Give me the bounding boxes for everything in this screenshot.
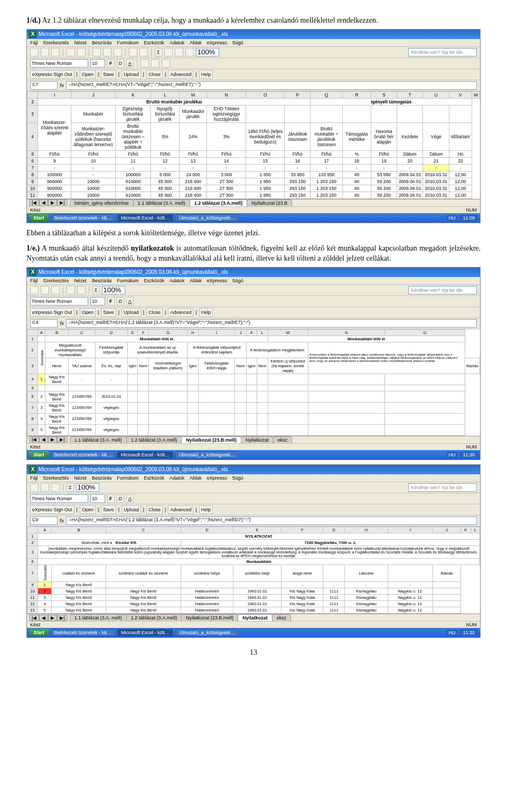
sheet-tab[interactable]: 1.1 táblázat (3.A. mell): [133, 199, 190, 206]
expresso-0[interactable]: eXpresso Sign Out: [30, 308, 74, 317]
sort-asc-icon[interactable]: [164, 48, 173, 56]
expresso-6[interactable]: Help: [199, 70, 213, 79]
open-icon[interactable]: [41, 48, 49, 56]
menubar[interactable]: FájlSzerkesztésNézetBeszúrásFormátumEszk…: [27, 39, 480, 47]
expresso-4[interactable]: Close: [146, 505, 163, 514]
expresso-6[interactable]: Help: [199, 308, 213, 317]
undo-icon[interactable]: [129, 48, 137, 56]
worksheet-1[interactable]: IJKLMNOPQRSTUVW 2Bruttó munkabér járulék…: [27, 91, 480, 199]
expresso-3[interactable]: Upload: [121, 505, 141, 514]
menu-expresso[interactable]: eXpresso: [207, 278, 227, 283]
menu-eszközök[interactable]: Eszközök: [144, 278, 165, 283]
name-box[interactable]: C4: [30, 319, 58, 328]
menubar[interactable]: FájlSzerkesztésNézetBeszúrásFormátumEszk…: [27, 277, 480, 285]
menu-szerkesztés[interactable]: Szerkesztés: [43, 475, 69, 481]
expresso-1[interactable]: Open: [80, 70, 96, 79]
menu-adatok[interactable]: Adatok: [170, 278, 184, 283]
preview-icon[interactable]: [77, 48, 86, 56]
cut-icon[interactable]: [92, 48, 101, 56]
expresso-6[interactable]: Help: [199, 505, 213, 514]
name-box[interactable]: C7: [30, 81, 58, 90]
menu-beszúrás[interactable]: Beszúrás: [92, 475, 112, 481]
expresso-5[interactable]: Advanced: [168, 505, 193, 514]
font-name[interactable]: [30, 59, 88, 68]
sheet-tab[interactable]: 1.2 táblázat (3.A.mell): [190, 199, 248, 206]
menu-eszközök[interactable]: Eszközök: [144, 475, 165, 481]
menu-fájl[interactable]: Fájl: [30, 40, 38, 45]
help-search[interactable]: Kérdése van? Írja be ide.: [408, 48, 477, 56]
worksheet-3[interactable]: ABCDEFGHIJKL 1NYILATKOZAT 2Alulírottak, …: [27, 527, 480, 614]
redo-icon[interactable]: [139, 48, 148, 56]
expresso-toolbar[interactable]: eXpresso Sign Out | Open | Save | Upload…: [27, 307, 480, 318]
menu-ablak[interactable]: Ablak: [190, 40, 202, 45]
expresso-3[interactable]: Upload: [121, 70, 141, 79]
expresso-0[interactable]: eXpresso Sign Out: [30, 505, 74, 514]
font-size[interactable]: [90, 59, 105, 68]
menu-ablak[interactable]: Ablak: [190, 278, 202, 283]
menu-expresso[interactable]: eXpresso: [207, 475, 227, 481]
std-toolbar[interactable]: Σ Kérdése van? Írja be ide.: [27, 47, 480, 58]
formula-value[interactable]: =HA(hszerz_mell!E7>0;HA('1.2 táblázat (3…: [66, 319, 477, 328]
sheet-tab[interactable]: bértám_igény ellenőrzése: [70, 199, 134, 206]
menu-fájl[interactable]: Fájl: [30, 475, 38, 481]
menu-nézet[interactable]: Nézet: [74, 278, 87, 283]
expresso-toolbar[interactable]: eXpresso Sign Out | Open | Save | Upload…: [27, 69, 480, 80]
new-icon[interactable]: [30, 48, 39, 56]
worksheet-2[interactable]: ABCDEFGHIJKLMNO 1Munkáltató tölti kiMunk…: [27, 329, 480, 436]
new-icon[interactable]: [30, 286, 39, 294]
menu-formátum[interactable]: Formátum: [117, 40, 139, 45]
menu-adatok[interactable]: Adatok: [170, 40, 184, 45]
std-toolbar[interactable]: Σ Kérdése van? Írja be ide.: [27, 285, 480, 296]
expresso-2[interactable]: Save: [101, 308, 116, 317]
menu-formátum[interactable]: Formátum: [117, 475, 139, 481]
menu-eszközök[interactable]: Eszközök: [144, 40, 165, 45]
formula-value[interactable]: =HA(hszerz_mell!E7>0;HA(V7="Végel";"-";h…: [66, 81, 477, 90]
expresso-1[interactable]: Open: [80, 505, 96, 514]
menu-súgó[interactable]: Súgó: [232, 475, 243, 481]
zoom-input[interactable]: [196, 48, 219, 56]
format-toolbar[interactable]: F D A: [27, 58, 480, 69]
sort-desc-icon[interactable]: [175, 48, 183, 56]
menu-szerkesztés[interactable]: Szerkesztés: [43, 278, 69, 283]
expresso-5[interactable]: Advanced: [168, 70, 193, 79]
expresso-4[interactable]: Close: [146, 70, 163, 79]
expresso-2[interactable]: Save: [101, 70, 116, 79]
expresso-1[interactable]: Open: [80, 308, 96, 317]
align-center-icon[interactable]: [151, 59, 159, 68]
expresso-0[interactable]: eXpresso Sign Out: [30, 70, 74, 79]
tab-nav[interactable]: |◀◀▶▶|: [29, 199, 68, 206]
underline-icon[interactable]: A: [126, 59, 134, 68]
menubar[interactable]: FájlSzerkesztésNézetBeszúrásFormátumEszk…: [27, 474, 480, 482]
expresso-4[interactable]: Close: [146, 308, 163, 317]
expresso-5[interactable]: Advanced: [168, 308, 193, 317]
menu-expresso[interactable]: eXpresso: [207, 40, 227, 45]
menu-beszúrás[interactable]: Beszúrás: [92, 40, 112, 45]
sheet-tab[interactable]: Nyilatkozat (23.B: [247, 199, 292, 206]
fx-icon[interactable]: fx: [60, 83, 64, 88]
sheet-tabs[interactable]: |◀◀▶▶| bértám_igény ellenőrzése1.1 táblá…: [27, 199, 480, 206]
menu-adatok[interactable]: Adatok: [170, 475, 184, 481]
menu-beszúrás[interactable]: Beszúrás: [92, 278, 112, 283]
align-right-icon[interactable]: [162, 59, 170, 68]
chart-icon[interactable]: [185, 48, 194, 56]
bold-icon[interactable]: F: [107, 59, 115, 68]
menu-fájl[interactable]: Fájl: [30, 278, 38, 283]
align-left-icon[interactable]: [140, 59, 149, 68]
menu-nézet[interactable]: Nézet: [74, 40, 87, 45]
italic-icon[interactable]: D: [117, 59, 125, 68]
menu-súgó[interactable]: Súgó: [232, 40, 243, 45]
copy-icon[interactable]: [103, 48, 111, 56]
menu-formátum[interactable]: Formátum: [117, 278, 139, 283]
start-button[interactable]: Start: [29, 214, 49, 222]
menu-nézet[interactable]: Nézet: [74, 475, 87, 481]
menu-ablak[interactable]: Ablak: [190, 475, 202, 481]
print-icon[interactable]: [67, 48, 75, 56]
save-icon[interactable]: [51, 48, 60, 56]
expresso-2[interactable]: Save: [101, 505, 116, 514]
taskbar[interactable]: Start Beérkezett üzenetek - Mi…Microsoft…: [27, 213, 480, 223]
expresso-3[interactable]: Upload: [121, 308, 141, 317]
menu-szerkesztés[interactable]: Szerkesztés: [43, 40, 69, 45]
paste-icon[interactable]: [114, 48, 122, 56]
autosum-icon[interactable]: Σ: [155, 48, 162, 56]
formula-bar[interactable]: C7 fx =HA(hszerz_mell!E7>0;HA(V7="Végel"…: [27, 80, 480, 91]
